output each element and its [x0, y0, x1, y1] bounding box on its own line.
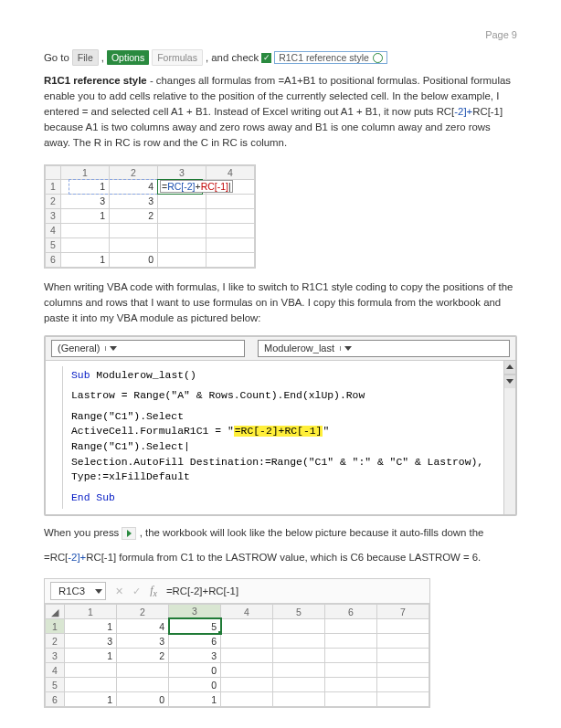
cell[interactable]: 6	[169, 634, 221, 649]
cell[interactable]	[158, 194, 206, 208]
cell[interactable]: 2	[110, 208, 158, 223]
cell[interactable]	[117, 678, 169, 692]
rowhdr: 5	[46, 678, 65, 692]
cell[interactable]	[158, 208, 206, 223]
cell[interactable]	[65, 663, 117, 678]
spreadsheet-1: 1 2 3 4 1 1 4 =RC[-2]+RC[-1]=RC[-2]+RC[-…	[44, 164, 256, 269]
cell[interactable]	[221, 678, 273, 692]
cell[interactable]	[377, 663, 429, 678]
cell[interactable]	[273, 663, 325, 678]
cell[interactable]	[273, 649, 325, 663]
scrollbar[interactable]	[503, 361, 515, 514]
enter-icon[interactable]: ✓	[132, 585, 141, 597]
vba-code-area[interactable]: Sub Modulerow_last()Sub Modulerow_last()…	[46, 361, 503, 514]
cell[interactable]: 0	[169, 678, 221, 692]
cell[interactable]	[273, 678, 325, 692]
formula-cell[interactable]: =RC[-2]+RC[-1]=RC[-2]+RC[-1]|	[158, 179, 206, 194]
file-tab-icon: File	[72, 49, 99, 66]
cell[interactable]	[325, 663, 377, 678]
cell[interactable]	[273, 618, 325, 634]
para1-minus2: -2]	[454, 106, 466, 117]
cell[interactable]: 0	[110, 252, 158, 267]
cell[interactable]: 1	[65, 649, 117, 663]
code-line: ActiveCell.FormulaR1C1 = "=RC[-2]+RC[-1]…	[71, 424, 494, 439]
vba-combo-proc[interactable]: Modulerow_last	[258, 340, 510, 357]
cell[interactable]: 2	[117, 649, 169, 663]
cell[interactable]	[206, 194, 255, 208]
cell[interactable]	[158, 252, 206, 267]
cell[interactable]	[273, 692, 325, 707]
colhdr: 2	[117, 605, 169, 619]
cell[interactable]	[61, 237, 110, 252]
cell[interactable]: 3	[61, 194, 110, 208]
selected-cell[interactable]: 5	[169, 618, 221, 634]
cell[interactable]	[110, 223, 158, 237]
cell[interactable]	[206, 237, 255, 252]
cell[interactable]	[221, 649, 273, 663]
vba-combo-general[interactable]: (General)	[51, 340, 245, 357]
formula-overflow: =RC[-2]+RC[-1]=RC[-2]+RC[-1]|	[160, 180, 233, 193]
cell[interactable]	[221, 663, 273, 678]
cell[interactable]: 0	[169, 663, 221, 678]
corner-cell: ◢	[46, 605, 65, 619]
cell[interactable]: 1	[61, 208, 110, 223]
para1-text-b: because A1 is two columns away and zero …	[44, 121, 491, 148]
cell[interactable]: 3	[65, 634, 117, 649]
fill-handle-icon[interactable]	[218, 631, 222, 635]
formula-bar-value[interactable]: =RC[-2]+RC[-1]	[166, 586, 238, 596]
goto-row: Go to File , Options Formulas , and chec…	[44, 49, 517, 66]
cell[interactable]	[206, 208, 255, 223]
cell[interactable]	[325, 649, 377, 663]
colhdr: 4	[206, 165, 255, 179]
colhdr: 2	[110, 165, 158, 179]
cell[interactable]	[110, 237, 158, 252]
para3-b: , the workbook will look like the below …	[140, 527, 484, 538]
cell[interactable]	[377, 692, 429, 707]
combo-label: (General)	[52, 343, 105, 353]
scroll-up-icon[interactable]	[504, 361, 515, 375]
cell[interactable]: 1	[65, 692, 117, 707]
cell[interactable]	[221, 634, 273, 649]
para4-b: -2]	[68, 552, 79, 563]
cell[interactable]	[325, 634, 377, 649]
cell[interactable]	[158, 237, 206, 252]
run-macro-icon	[122, 527, 136, 540]
cell[interactable]	[377, 678, 429, 692]
cancel-icon[interactable]: ✕	[115, 585, 123, 597]
cell[interactable]	[325, 618, 377, 634]
cell[interactable]: 3	[117, 634, 169, 649]
cell[interactable]	[221, 692, 273, 707]
cell[interactable]: 3	[169, 649, 221, 663]
cell[interactable]: 1	[61, 179, 110, 194]
rowhdr: 3	[46, 649, 65, 663]
code-line: End Sub	[71, 491, 494, 506]
cell[interactable]	[65, 678, 117, 692]
cell[interactable]	[158, 223, 206, 237]
cell[interactable]	[206, 223, 255, 237]
cell[interactable]	[273, 634, 325, 649]
cell[interactable]: 4	[117, 618, 169, 634]
cell[interactable]: 0	[117, 692, 169, 707]
fx-icon[interactable]: fx	[150, 584, 157, 598]
cell[interactable]	[377, 649, 429, 663]
cell[interactable]	[377, 618, 429, 634]
cell[interactable]	[221, 618, 273, 634]
cell[interactable]: 1	[169, 692, 221, 707]
cell[interactable]: 3	[110, 194, 158, 208]
name-box[interactable]: R1C3	[50, 582, 106, 600]
cell[interactable]	[325, 678, 377, 692]
cell[interactable]: 4	[110, 179, 158, 194]
cell[interactable]	[206, 252, 255, 267]
cell[interactable]	[325, 692, 377, 707]
cell[interactable]	[61, 223, 110, 237]
cell[interactable]: 1	[61, 252, 110, 267]
cell[interactable]: 1	[65, 618, 117, 634]
scroll-down-icon[interactable]	[504, 375, 515, 388]
paragraph-2: When writing VBA code with formulas, I l…	[44, 280, 517, 326]
cell[interactable]	[117, 663, 169, 678]
para1-rc1: RC[-1]	[472, 106, 503, 117]
formulas-tab-icon: Formulas	[152, 49, 203, 66]
cell[interactable]	[377, 634, 429, 649]
r1c1-option-box: R1C1 reference style	[274, 51, 387, 64]
formula-bar: R1C3 ✕ ✓ fx =RC[-2]+RC[-1]	[45, 579, 429, 604]
